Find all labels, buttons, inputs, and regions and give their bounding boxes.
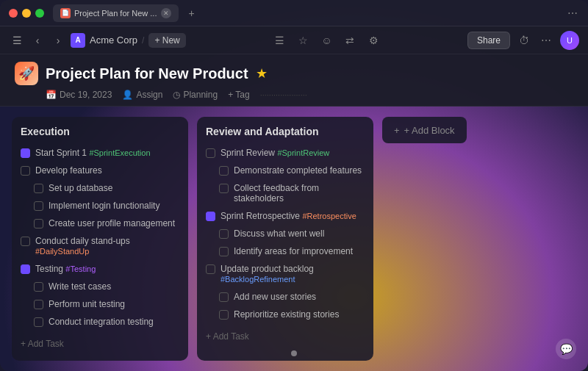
forward-icon[interactable]: › bbox=[50, 32, 66, 48]
calendar-icon: 📅 bbox=[46, 90, 57, 100]
task-checkbox[interactable] bbox=[219, 166, 229, 176]
tab-page-icon: 📄 bbox=[60, 8, 71, 18]
list-item: Identify areas for improvement bbox=[206, 245, 365, 258]
task-checkbox[interactable] bbox=[206, 148, 215, 158]
planning-meta[interactable]: ◷ Planning bbox=[173, 90, 218, 100]
traffic-lights bbox=[9, 9, 44, 18]
task-checkbox[interactable] bbox=[219, 229, 229, 239]
task-checkbox[interactable] bbox=[21, 237, 30, 246]
task-checkbox[interactable] bbox=[206, 264, 215, 274]
task-text: Conduct integration testing bbox=[49, 317, 154, 327]
date-meta[interactable]: 📅 Dec 19, 2023 bbox=[46, 90, 112, 100]
back-icon[interactable]: ‹ bbox=[29, 32, 46, 48]
task-text: Sprint Review #SprintReview bbox=[220, 148, 329, 158]
chat-button[interactable]: 💬 bbox=[556, 339, 576, 359]
new-button-label: + New bbox=[154, 35, 179, 46]
task-text: Update product backlog#BacklogRefinement bbox=[220, 264, 314, 284]
tab-label: Project Plan for New ... bbox=[74, 9, 157, 18]
task-checkbox[interactable] bbox=[34, 219, 43, 228]
toolbar: ☰ ‹ › A Acme Corp / + New ☰ ☆ ☺ ⇄ ⚙ Shar… bbox=[0, 26, 588, 54]
add-task-label: + Add Task bbox=[206, 331, 249, 342]
task-checkbox[interactable] bbox=[21, 264, 30, 274]
toolbar-right: Share ⏱ ⋯ U bbox=[467, 31, 579, 50]
task-checkbox[interactable] bbox=[21, 166, 30, 176]
task-tag[interactable]: #Testing bbox=[65, 264, 96, 273]
workspace-name[interactable]: Acme Corp bbox=[90, 35, 137, 46]
list-item: Update product backlog#BacklogRefinement bbox=[206, 262, 365, 286]
task-checkbox[interactable] bbox=[206, 212, 215, 221]
task-text: Set up database bbox=[49, 183, 112, 193]
task-checkbox[interactable] bbox=[34, 201, 43, 211]
review-column-title: Review and Adaptation bbox=[206, 126, 365, 137]
window: 📄 Project Plan for New ... ✕ + ⋯ ☰ ‹ › A… bbox=[0, 0, 588, 371]
new-button[interactable]: + New bbox=[148, 33, 185, 48]
tag-label: + Tag bbox=[228, 90, 249, 100]
close-button[interactable] bbox=[9, 9, 18, 18]
titlebar-right: ⋯ bbox=[566, 7, 579, 20]
main-content: Execution Start Sprint 1 #SprintExecutio… bbox=[0, 107, 588, 371]
assign-label: Assign bbox=[136, 90, 162, 100]
dots-icon[interactable]: ⋯ bbox=[538, 32, 554, 48]
maximize-button[interactable] bbox=[35, 9, 44, 18]
task-tag[interactable]: #SprintExecution bbox=[89, 148, 150, 157]
members-icon[interactable]: ⚙ bbox=[365, 32, 381, 48]
page-meta: 📅 Dec 19, 2023 👤 Assign ◷ Planning + Tag… bbox=[46, 90, 573, 100]
assign-meta[interactable]: 👤 Assign bbox=[122, 90, 162, 100]
task-text: Perform unit testing bbox=[49, 299, 125, 309]
task-text: Develop features bbox=[35, 165, 102, 176]
page-header: 🚀 Project Plan for New Product ★ 📅 Dec 1… bbox=[0, 54, 588, 107]
share-button[interactable]: Share bbox=[467, 32, 510, 49]
task-checkbox[interactable] bbox=[34, 300, 43, 309]
clock-icon[interactable]: ⏱ bbox=[516, 32, 532, 48]
list-item: Demonstrate completed features bbox=[206, 164, 365, 177]
task-checkbox[interactable] bbox=[219, 310, 229, 320]
list-item: Perform unit testing bbox=[21, 298, 179, 311]
active-tab[interactable]: 📄 Project Plan for New ... ✕ bbox=[53, 4, 179, 22]
task-text: Identify areas for improvement bbox=[234, 246, 353, 256]
bookmark-icon[interactable]: ☆ bbox=[295, 32, 311, 48]
breadcrumb-separator: / bbox=[142, 35, 144, 46]
review-column: Review and Adaptation Sprint Review #Spr… bbox=[197, 117, 373, 361]
execution-column-title: Execution bbox=[21, 126, 179, 137]
task-checkbox[interactable] bbox=[219, 184, 229, 193]
workspace-logo: A bbox=[71, 33, 85, 48]
add-task-button-review[interactable]: + Add Task bbox=[206, 328, 365, 345]
task-tag[interactable]: #SprintReview bbox=[277, 148, 329, 157]
list-item: Conduct daily stand-ups #DailyStandUp bbox=[21, 234, 179, 258]
add-task-button[interactable]: + Add Task bbox=[21, 336, 179, 352]
sidebar-toggle-icon[interactable]: ☰ bbox=[9, 32, 25, 48]
tag-meta[interactable]: + Tag bbox=[228, 90, 249, 100]
page-icon[interactable]: 🚀 bbox=[15, 62, 38, 85]
add-block-label: + Add Block bbox=[404, 125, 455, 136]
task-checkbox[interactable] bbox=[219, 292, 229, 302]
tab-close-button[interactable]: ✕ bbox=[161, 8, 171, 18]
user-avatar[interactable]: U bbox=[560, 31, 579, 50]
task-text: Implement login functionality bbox=[49, 201, 159, 211]
task-tag[interactable]: #DailyStandUp bbox=[35, 247, 89, 256]
add-task-label: + Add Task bbox=[21, 339, 64, 349]
task-checkbox[interactable] bbox=[34, 184, 43, 193]
star-icon[interactable]: ★ bbox=[256, 65, 268, 82]
task-checkbox[interactable] bbox=[34, 317, 43, 327]
scroll-indicator bbox=[291, 350, 297, 356]
task-tag[interactable]: #BacklogRefinement bbox=[220, 275, 295, 284]
add-block-button[interactable]: + + Add Block bbox=[382, 117, 467, 143]
planning-icon: ◷ bbox=[173, 90, 180, 100]
planning-label: Planning bbox=[183, 90, 218, 100]
add-tab-button[interactable]: + bbox=[184, 6, 199, 21]
emoji-icon[interactable]: ☺ bbox=[318, 32, 334, 48]
list-item: Sprint Retrospective #Retrospective bbox=[206, 209, 365, 223]
task-text: Write test cases bbox=[49, 281, 111, 292]
task-checkbox[interactable] bbox=[21, 148, 30, 158]
list-item: Testing #Testing bbox=[21, 262, 179, 275]
minimize-button[interactable] bbox=[22, 9, 31, 18]
execution-column: Execution Start Sprint 1 #SprintExecutio… bbox=[12, 117, 188, 361]
inbox-icon[interactable]: ☰ bbox=[271, 32, 287, 48]
window-menu-icon[interactable]: ⋯ bbox=[566, 7, 579, 20]
list-item: Write test cases bbox=[21, 280, 179, 293]
task-text: Reprioritize existing stories bbox=[234, 309, 339, 320]
task-checkbox[interactable] bbox=[34, 282, 43, 292]
task-tag[interactable]: #Retrospective bbox=[302, 212, 356, 220]
task-checkbox[interactable] bbox=[219, 247, 229, 256]
share-icon[interactable]: ⇄ bbox=[342, 32, 358, 48]
